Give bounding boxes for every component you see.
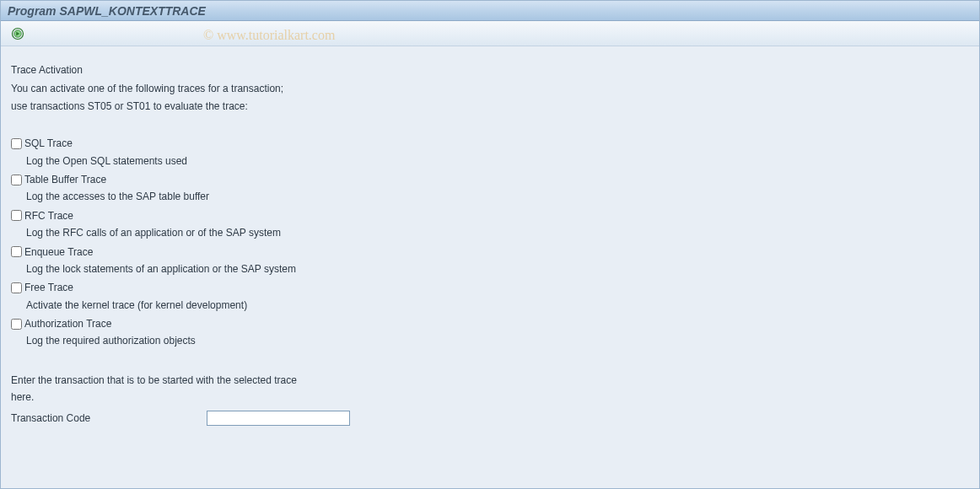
execute-icon <box>11 27 24 40</box>
rfc-trace-label: RFC Trace <box>24 207 73 224</box>
execute-button[interactable] <box>8 24 28 43</box>
enqueue-trace-label: Enqueue Trace <box>24 244 93 261</box>
trace-option-tbuf: Table Buffer Trace Log the accesses to t… <box>11 171 969 206</box>
sql-trace-checkbox[interactable] <box>11 138 22 149</box>
toolbar: © www.tutorialkart.com <box>1 21 979 46</box>
intro-line-2: use transactions ST05 or ST01 to evaluat… <box>11 98 969 115</box>
authorization-trace-checkbox[interactable] <box>11 319 22 330</box>
sql-trace-desc: Log the Open SQL statements used <box>26 153 969 169</box>
table-buffer-trace-label: Table Buffer Trace <box>24 171 106 188</box>
rfc-trace-desc: Log the RFC calls of an application or o… <box>26 224 969 241</box>
window-title: Program SAPWL_KONTEXTTRACE <box>8 4 206 18</box>
footer-line-1: Enter the transaction that is to be star… <box>11 372 969 389</box>
authorization-trace-desc: Log the required authorization objects <box>26 332 969 349</box>
trace-options-group: SQL Trace Log the Open SQL statements us… <box>11 135 969 350</box>
transaction-code-row: Transaction Code <box>11 410 969 427</box>
footer-line-2: here. <box>11 389 969 406</box>
table-buffer-trace-desc: Log the accesses to the SAP table buffer <box>26 188 969 205</box>
authorization-trace-label: Authorization Trace <box>24 315 111 332</box>
trace-option-enq: Enqueue Trace Log the lock statements of… <box>11 244 969 278</box>
footer-group: Enter the transaction that is to be star… <box>11 372 969 427</box>
intro-line-1: You can activate one of the following tr… <box>11 80 969 97</box>
trace-option-auth: Authorization Trace Log the required aut… <box>11 315 969 350</box>
trace-option-sql: SQL Trace Log the Open SQL statements us… <box>11 135 969 169</box>
watermark-text: © www.tutorialkart.com <box>203 28 335 43</box>
free-trace-checkbox[interactable] <box>11 282 22 293</box>
rfc-trace-checkbox[interactable] <box>11 210 22 221</box>
free-trace-label: Free Trace <box>24 279 73 296</box>
enqueue-trace-checkbox[interactable] <box>11 246 22 257</box>
enqueue-trace-desc: Log the lock statements of an applicatio… <box>26 261 969 277</box>
title-bar: Program SAPWL_KONTEXTTRACE <box>1 1 979 21</box>
trace-option-rfc: RFC Trace Log the RFC calls of an applic… <box>11 207 969 242</box>
content-area: Trace Activation You can activate one of… <box>1 46 979 437</box>
transaction-code-label: Transaction Code <box>11 410 207 427</box>
trace-option-free: Free Trace Activate the kernel trace (fo… <box>11 279 969 314</box>
free-trace-desc: Activate the kernel trace (for kernel de… <box>26 297 969 314</box>
table-buffer-trace-checkbox[interactable] <box>11 175 22 185</box>
transaction-code-input[interactable] <box>207 411 350 426</box>
sql-trace-label: SQL Trace <box>24 135 73 152</box>
section-heading: Trace Activation <box>11 62 969 78</box>
